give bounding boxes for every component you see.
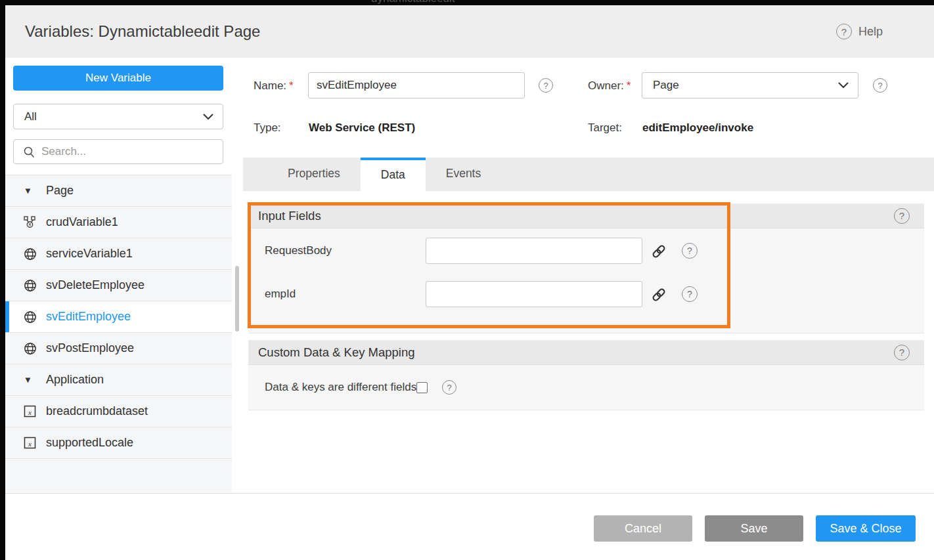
field-label: RequestBody (265, 244, 332, 257)
input-fields-header: Input Fields ? (248, 204, 924, 228)
help-label: Help (858, 25, 883, 39)
list-item-svpostemployee[interactable]: svPostEmployee (5, 333, 232, 364)
cancel-button[interactable]: Cancel (594, 515, 692, 542)
input-field-row-empid: empId ? (248, 281, 924, 307)
target-label: Target: (588, 121, 622, 135)
save-button[interactable]: Save (705, 515, 803, 542)
type-value: Web Service (REST) (309, 121, 415, 135)
variable-detail-panel: Name:* ? Owner:* Page ? Type: Web Servic… (243, 58, 934, 493)
input-field-row-requestbody: RequestBody ? (248, 238, 924, 264)
owner-selected-value: Page (653, 79, 838, 92)
globe-icon (24, 311, 38, 324)
input-fields-section: Input Fields ? RequestBody ? (248, 204, 924, 334)
crud-icon (24, 216, 38, 228)
variables-dialog: Variables: Dynamictableedit Page ? Help … (5, 5, 934, 560)
name-label: Name:* (254, 79, 294, 93)
detail-tabs: PropertiesDataEvents (243, 158, 934, 191)
save-and-close-button[interactable]: Save & Close (816, 515, 916, 542)
variable-form: Name:* ? Owner:* Page ? Type: Web Servic… (243, 58, 934, 158)
variable-list: ▼ Page crudVariable1 serviceVariable1 (5, 175, 232, 494)
variable-search (13, 139, 223, 164)
list-item-label: svPostEmployee (46, 341, 134, 355)
field-help-icon[interactable]: ? (682, 243, 698, 259)
empid-input[interactable] (426, 281, 642, 307)
group-row-application[interactable]: ▼ Application (5, 364, 232, 396)
variables-sidebar: New Variable All ▼ Page crudVaria (5, 58, 243, 493)
variable-icon: x (24, 405, 38, 418)
field-help-icon[interactable]: ? (682, 286, 698, 302)
list-item-label: serviceVariable1 (46, 247, 133, 261)
svg-text:x: x (28, 440, 32, 448)
variable-filter-select[interactable]: All (13, 104, 223, 129)
checkbox-label: Data & keys are different fields (265, 381, 416, 394)
list-item-supportedlocale[interactable]: x supportedLocale (5, 427, 232, 459)
section-title: Input Fields (258, 209, 321, 223)
list-item-svdeleteemployee[interactable]: svDeleteEmployee (5, 270, 232, 301)
name-help-icon[interactable]: ? (539, 78, 553, 93)
list-item-crudvariable1[interactable]: crudVariable1 (5, 207, 232, 238)
search-input[interactable] (41, 145, 216, 158)
list-item-label: crudVariable1 (46, 215, 118, 229)
section-title: Custom Data & Key Mapping (258, 345, 415, 360)
caret-down-icon: ▼ (24, 186, 38, 196)
checkbox-help-icon[interactable]: ? (442, 380, 456, 395)
section-help-icon[interactable]: ? (894, 208, 910, 224)
list-item-servicevariable1[interactable]: serviceVariable1 (5, 238, 232, 270)
list-item-label: breadcrumbdataset (46, 404, 148, 418)
target-value: editEmployee/invoke (642, 121, 753, 135)
type-label: Type: (254, 121, 281, 135)
section-help-icon[interactable]: ? (894, 345, 910, 360)
tab-properties[interactable]: Properties (267, 158, 361, 191)
group-label: Application (46, 373, 104, 387)
help-icon: ? (836, 24, 852, 39)
sidebar-scrollbar[interactable] (235, 266, 239, 332)
different-fields-checkbox[interactable] (416, 382, 428, 393)
owner-help-icon[interactable]: ? (873, 78, 887, 93)
group-row-page[interactable]: ▼ Page (5, 175, 232, 207)
owner-label: Owner:* (588, 79, 631, 93)
backdrop-app-text: dynamictableedit (371, 0, 455, 5)
input-fields-body: RequestBody ? empId (248, 228, 924, 334)
list-item-sveditemployee[interactable]: svEditEmployee (5, 301, 232, 333)
name-input[interactable] (308, 72, 525, 98)
new-variable-button[interactable]: New Variable (13, 66, 223, 91)
chevron-down-icon (838, 82, 849, 89)
backdrop: dynamictableedit (0, 0, 934, 5)
different-fields-row: Data & keys are different fields ? (265, 380, 456, 395)
required-asterisk: * (627, 79, 631, 92)
dialog-header: Variables: Dynamictableedit Page ? Help (5, 5, 934, 58)
chevron-down-icon (203, 114, 213, 120)
svg-text:x: x (28, 408, 32, 416)
custom-mapping-section: Custom Data & Key Mapping ? Data & keys … (248, 340, 924, 410)
search-icon (23, 146, 35, 158)
requestbody-input[interactable] (426, 238, 642, 264)
list-item-label: svEditEmployee (46, 310, 131, 324)
caret-down-icon: ▼ (24, 375, 38, 385)
group-label: Page (46, 184, 74, 198)
bind-link-icon[interactable] (650, 286, 667, 303)
dialog-footer: Cancel Save Save & Close (5, 493, 934, 560)
globe-icon (24, 279, 38, 292)
globe-icon (24, 342, 38, 355)
custom-mapping-header: Custom Data & Key Mapping ? (248, 340, 924, 365)
list-item-label: svDeleteEmployee (46, 278, 145, 292)
globe-icon (24, 248, 38, 261)
bind-link-icon[interactable] (650, 243, 667, 260)
help-button[interactable]: ? Help (836, 24, 883, 39)
tab-events[interactable]: Events (426, 158, 502, 191)
list-item-label: supportedLocale (46, 436, 133, 450)
variable-icon: x (24, 437, 38, 449)
custom-mapping-body: Data & keys are different fields ? (248, 365, 924, 410)
owner-select[interactable]: Page (642, 72, 858, 98)
dialog-title: Variables: Dynamictableedit Page (25, 22, 260, 41)
required-asterisk: * (289, 79, 294, 92)
filter-selected-value: All (24, 110, 203, 123)
tab-data[interactable]: Data (361, 158, 426, 191)
list-item-breadcrumbdataset[interactable]: x breadcrumbdataset (5, 396, 232, 427)
field-label: empId (265, 288, 296, 301)
data-tab-content: Input Fields ? RequestBody ? (243, 191, 934, 493)
